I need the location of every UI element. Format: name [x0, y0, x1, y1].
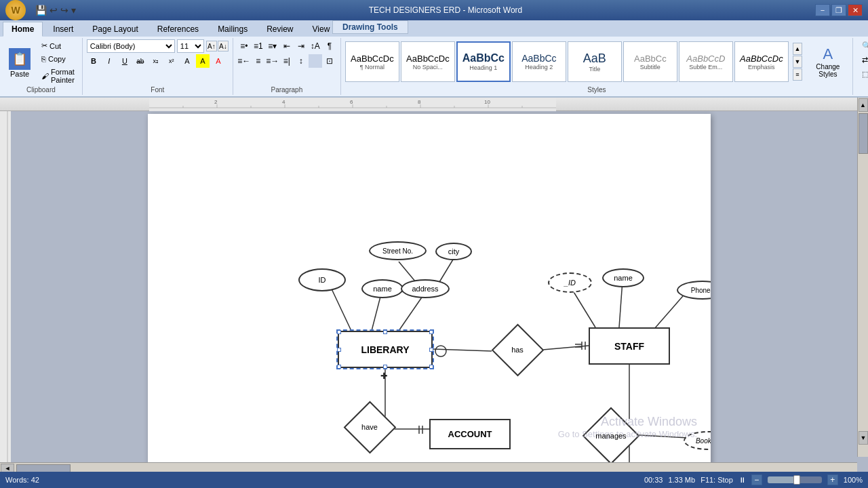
clipboard-small-buttons: ✂ Cut ⎘ Copy 🖌 Format Painter	[38, 39, 78, 86]
multilevel-button[interactable]: ≡▾	[266, 39, 279, 53]
minimize-button[interactable]: −	[815, 4, 830, 16]
style-normal[interactable]: AaBbCcDc ¶ Normal	[345, 41, 399, 82]
close-button[interactable]: ✕	[848, 4, 863, 16]
drawing-tools-tab[interactable]: Drawing Tools	[332, 20, 408, 34]
scroll-up-arrow[interactable]: ▲	[859, 98, 868, 112]
font-name-select[interactable]: Calibri (Body)	[87, 39, 175, 53]
entity-liberary[interactable]: LIBERARY ✛	[338, 331, 433, 368]
save-icon[interactable]: 💾	[35, 5, 47, 16]
search-icon: 🔍	[862, 41, 868, 50]
editing-content: 🔍 Find ▾ ⇄ Replace ⬚ Select ▾	[857, 39, 868, 94]
style-no-spacing[interactable]: AaBbCcDc No Spaci...	[401, 41, 455, 82]
zoom-out-button[interactable]: −	[751, 474, 762, 485]
zoom-in-button[interactable]: +	[827, 474, 838, 485]
style-heading2[interactable]: AaBbCc Heading 2	[512, 41, 566, 82]
align-right-button[interactable]: ≡→	[266, 54, 279, 68]
change-styles-button[interactable]: A Change Styles	[808, 42, 848, 81]
attr-id-library: ID	[298, 268, 346, 291]
style-scroll-down[interactable]: ▼	[793, 56, 802, 68]
paragraph-content: ≡• ≡1 ≡▾ ⇤ ⇥ ↕A ¶ ≡← ≡ ≡→ ≡| ↕ ⊡	[237, 39, 336, 94]
highlight-button[interactable]: A	[196, 54, 210, 68]
justify-button[interactable]: ≡|	[280, 54, 294, 68]
decrease-indent-button[interactable]: ⇤	[280, 39, 294, 53]
font-shrink-button[interactable]: A↓	[218, 41, 229, 52]
relationship-manages[interactable]: manages	[587, 422, 635, 449]
superscript-button[interactable]: x²	[165, 54, 178, 68]
zoom-thumb[interactable]	[793, 475, 800, 485]
shading-button[interactable]	[309, 54, 322, 68]
entity-account[interactable]: ACCOUNT	[429, 419, 511, 449]
line-spacing-button[interactable]: ↕	[294, 54, 308, 68]
increase-indent-button[interactable]: ⇥	[294, 39, 308, 53]
tab-home[interactable]: Home	[3, 22, 43, 37]
pause-icon[interactable]: ⏸	[738, 476, 746, 484]
numbering-button[interactable]: ≡1	[252, 39, 265, 53]
tab-insert[interactable]: Insert	[44, 22, 82, 37]
svg-line-20	[433, 349, 492, 351]
subscript-button[interactable]: x₂	[149, 54, 163, 68]
tab-mailings[interactable]: Mailings	[209, 22, 256, 37]
italic-button[interactable]: I	[102, 54, 116, 68]
bullets-button[interactable]: ≡•	[237, 39, 251, 53]
zoom-slider[interactable]	[768, 476, 822, 483]
attr-phone: Phone#	[677, 281, 711, 300]
change-styles-label: Change Styles	[811, 63, 845, 78]
restore-button[interactable]: ❐	[831, 4, 846, 16]
text-effect-button[interactable]: A	[180, 54, 194, 68]
replace-button[interactable]: ⇄ Replace	[857, 54, 868, 66]
style-subtitle[interactable]: AaBbCc Subtitle	[623, 41, 677, 82]
svg-line-32	[399, 262, 416, 282]
style-scroll-up[interactable]: ▲	[793, 43, 802, 55]
customize-icon[interactable]: ▾	[71, 5, 76, 16]
underline-button[interactable]: U	[118, 54, 132, 68]
copy-button[interactable]: ⎘ Copy	[38, 53, 78, 65]
scissors-icon: ✂	[41, 41, 47, 50]
attr-city: city	[435, 243, 472, 260]
find-button[interactable]: 🔍 Find ▾	[857, 39, 868, 52]
redo-icon[interactable]: ↪	[60, 5, 68, 16]
style-emphasis[interactable]: AaBbCcDc Emphasis	[734, 41, 789, 82]
bold-button[interactable]: B	[87, 54, 100, 68]
scroll-thumb-v[interactable]	[859, 113, 868, 154]
relationship-have-library[interactable]: have	[346, 413, 393, 441]
font-grow-button[interactable]: A↑	[206, 41, 217, 52]
borders-button[interactable]: ⊡	[323, 54, 336, 68]
v-ruler-markings	[0, 111, 11, 477]
paste-button[interactable]: 📋 Paste	[4, 45, 35, 81]
font-size-buttons: A↑ A↓	[206, 41, 229, 52]
scroll-down-arrow[interactable]: ▼	[859, 431, 868, 445]
entity-staff[interactable]: STAFF	[589, 327, 670, 365]
attr-id-staff: _ID	[548, 272, 592, 293]
ribbon-tabs: Home Insert Page Layout References Maili…	[0, 20, 868, 37]
tab-references[interactable]: References	[149, 22, 208, 37]
font-color-button[interactable]: A	[212, 54, 225, 68]
sort-button[interactable]: ↕A	[309, 39, 322, 53]
style-scroll-buttons: ▲ ▼ ≡	[793, 43, 802, 81]
relationship-has[interactable]: has	[494, 336, 541, 363]
undo-icon[interactable]: ↩	[50, 5, 58, 16]
style-subtle-em[interactable]: AaBbCcD Subtle Em...	[679, 41, 733, 82]
align-left-button[interactable]: ≡←	[237, 54, 251, 68]
strikethrough-button[interactable]: ab	[134, 54, 147, 68]
align-center-button[interactable]: ≡	[252, 54, 265, 68]
tab-page-layout[interactable]: Page Layout	[83, 22, 146, 37]
cut-button[interactable]: ✂ Cut	[38, 39, 78, 52]
style-more[interactable]: ≡	[793, 68, 802, 81]
paragraph-group: ≡• ≡1 ≡▾ ⇤ ⇥ ↕A ¶ ≡← ≡ ≡→ ≡| ↕ ⊡	[233, 38, 341, 95]
paste-icon: 📋	[9, 48, 31, 70]
clipboard-group: 📋 Paste ✂ Cut ⎘ Copy 🖌 Format Painter	[0, 38, 83, 95]
style-title[interactable]: AaB Title	[568, 41, 622, 82]
svg-line-35	[619, 281, 623, 327]
svg-text:4: 4	[282, 99, 285, 105]
tab-review[interactable]: Review	[258, 22, 302, 37]
show-formatting-button[interactable]: ¶	[323, 39, 336, 53]
select-button[interactable]: ⬚ Select ▾	[857, 68, 868, 81]
format-painter-button[interactable]: 🖌 Format Painter	[38, 66, 78, 86]
time-display: 00:33	[644, 476, 663, 484]
vertical-scrollbar[interactable]: ▲ ▼	[857, 98, 868, 457]
font-size-select[interactable]: 11	[177, 39, 204, 53]
office-button[interactable]: W	[5, 0, 26, 20]
attr-address: address	[401, 279, 450, 298]
style-heading1[interactable]: AaBbCc Heading 1	[456, 41, 511, 82]
svg-text:2: 2	[214, 99, 218, 105]
